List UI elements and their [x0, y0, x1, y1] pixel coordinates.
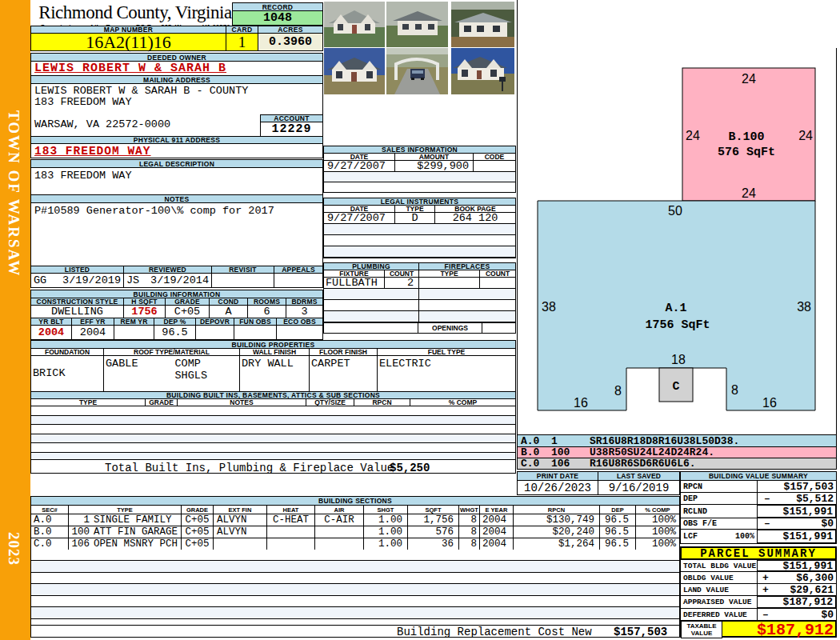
parcel-obldg-label: OBLDG VALUE: [680, 571, 758, 584]
legend-c-code: 106: [551, 458, 590, 470]
bs-row-b-sec: B.0: [31, 526, 69, 538]
bs-row-c-type: 106 OPEN MSNRY PCH: [69, 538, 182, 550]
dim-a-top: 50: [668, 204, 682, 218]
bs-row-b-eyear: 2004: [480, 526, 514, 538]
vs-dep-amount: $5,512: [796, 493, 834, 505]
vs-rpcn-amount: $157,503: [784, 481, 834, 493]
bs-row-b-code: 100: [69, 526, 90, 538]
vs-rclnd-label: RCLND: [680, 504, 758, 518]
vs-lcf-text: LCF: [683, 532, 698, 541]
vs-rclnd-value: $151,991: [758, 504, 837, 518]
parcel-deferred-label: DEFERRED VALUE: [680, 608, 758, 621]
vs-lcf-value: $151,991: [758, 529, 837, 544]
depovr-value: [196, 325, 234, 340]
legal-description-value: 183 FREEDOM WAY: [30, 167, 323, 195]
bs-row-c-ext: [214, 538, 267, 550]
fireplace-count-value: [480, 277, 516, 289]
bs-row-a-type: 1 SINGLE FAMILY: [69, 514, 182, 526]
legend-a-path: SR16U8R18D8R16U38L50D38.: [590, 435, 739, 447]
vs-obs-amount: $0: [821, 518, 834, 530]
dim-b-right: 24: [798, 129, 813, 142]
bs-row-c-comp: 100%: [636, 538, 680, 550]
town-band-year: 2023: [5, 532, 22, 588]
bs-row-c-code: 106: [69, 538, 90, 550]
effyr-value: 2004: [72, 325, 114, 340]
value-summary-row-obs: OBS F/E – $0: [680, 518, 837, 530]
floor-finish-value: CARPET: [310, 355, 378, 392]
reviewed-initials: JS: [126, 274, 139, 286]
mailing-line-2: 183 FREEDOM WAY: [34, 97, 319, 108]
review-value-row: GG 3/19/2019 JS 3/19/2014: [30, 273, 323, 288]
grade-value: C+05: [166, 305, 210, 318]
sketch-legend-row-c: C.0 106 R16U8R6SD6R6U6L6.: [517, 458, 837, 470]
properties-value-row: BRICK GABLE COMP SHGLS DRY WALL CARPET E…: [30, 355, 516, 392]
ecoobs-value: [277, 325, 323, 340]
taxable-value: $187,912: [723, 622, 835, 638]
parcel-obldg-amount: $6,300: [796, 572, 834, 584]
bs-row-b-type: 100 ATT FIN GARAGE: [69, 526, 182, 538]
building-info-values-1: DWELLING 1756 C+05 A 6 3: [30, 305, 323, 318]
dim-a-left: 38: [542, 300, 556, 314]
instruments-empty-rows: [323, 223, 516, 258]
openings-spacer: [323, 322, 418, 334]
bs-header-heat: HEAT: [267, 506, 315, 514]
dim-bottom-right: 16: [762, 396, 777, 410]
bs-row-c-whgt: 8: [459, 538, 480, 550]
bs-row-c-heat: [267, 538, 315, 550]
bs-row-a-ext: ALVYN: [214, 514, 267, 526]
dim-notch-left: 8: [614, 384, 622, 398]
bs-header-sec: SEC#: [31, 506, 69, 514]
built-ins-total-value: $5,250: [390, 462, 430, 474]
yrblt-value: 2004: [30, 325, 72, 340]
revisit-value: [212, 273, 274, 288]
openings-value: [482, 322, 516, 334]
bs-row-c-air: [315, 538, 364, 550]
sketch-c-label: C: [672, 380, 679, 394]
listed-date: 3/19/2019: [62, 274, 121, 286]
plumbing-data-row: FULLBATH 2: [323, 277, 516, 289]
sales-empty-rows: [323, 171, 516, 193]
legend-b-sec: B.0: [518, 446, 551, 458]
bs-header-dep: DEP: [600, 506, 636, 514]
legend-a-code: 1: [551, 435, 590, 447]
taxable-label: TAXABLE VALUE: [681, 621, 722, 638]
parcel-row-total: TOTAL BLDG VALUE $151,991: [680, 559, 837, 572]
value-summary-row-rclnd: RCLND $151,991: [680, 504, 837, 518]
parcel-row-deferred: DEFERRED VALUE – $0: [680, 608, 837, 621]
vs-rpcn-label: RPCN: [680, 480, 758, 493]
bs-row-a-sqft: 1,756: [408, 514, 459, 526]
bs-header-comp: % COMP: [636, 506, 680, 514]
bs-row-c-grade: C+05: [182, 538, 214, 550]
footer-total-row: Building Replacement Cost New $157,503: [30, 625, 680, 638]
rooms-value: 6: [248, 305, 286, 318]
bs-row-a-comp: 100%: [636, 514, 680, 526]
wall-finish-value: DRY WALL: [240, 355, 310, 392]
bs-header-grade: GRADE: [182, 506, 214, 514]
bs-row-a-name: SINGLE FAMILY: [94, 514, 172, 526]
construction-style-value: DWELLING: [30, 305, 124, 318]
bs-row-a-dep: 96.5: [600, 514, 636, 526]
bs-header-sqft: SQFT: [408, 506, 459, 514]
bs-row-a-sec: A.0: [31, 514, 69, 526]
parcel-appraised-value: $187,912: [758, 595, 837, 609]
bs-row-b-rpcn: $20,240: [514, 526, 600, 538]
parcel-deferred-op: –: [762, 609, 769, 621]
instruments-data-row: 9/27/2007 D 264 120: [323, 212, 516, 224]
parcel-obldg-value: + $6,300: [758, 571, 837, 584]
cond-value: A: [210, 305, 248, 318]
plumbing-empty-rows: [323, 288, 516, 323]
sales-data-row: 9/27/2007 $299,900: [323, 160, 516, 172]
footer-total-value: $157,503: [614, 626, 667, 638]
bs-row-b-dep: 96.5: [600, 526, 636, 538]
vs-dep-op: –: [764, 493, 770, 505]
footer-total-label: Building Replacement Cost New: [397, 626, 592, 638]
fuel-type-text: ELECTRIC: [379, 358, 431, 370]
parcel-summary-title: PARCEL SUMMARY: [680, 546, 837, 560]
roof-type-text: GABLE: [106, 358, 138, 370]
parcel-land-label: LAND VALUE: [680, 583, 758, 596]
bs-row-a-air: C-AIR: [315, 514, 364, 526]
remyr-value: [114, 325, 154, 340]
vs-obs-label: OBS F/E: [680, 518, 758, 530]
building-info-values-2: 2004 2004 96.5: [30, 325, 323, 340]
bs-row-a-whgt: 8: [459, 514, 480, 526]
